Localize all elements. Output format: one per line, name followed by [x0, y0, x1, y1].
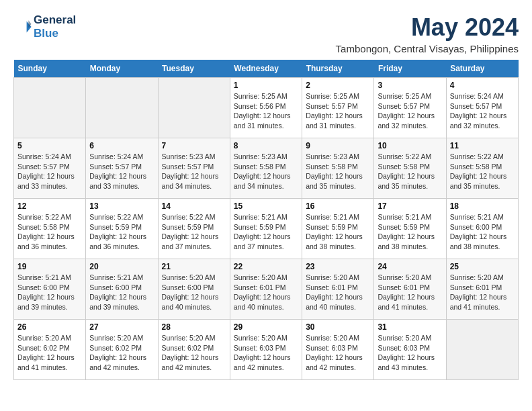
day-cell: 13Sunrise: 5:22 AM Sunset: 5:59 PM Dayli…	[86, 199, 158, 259]
day-info: Sunrise: 5:20 AM Sunset: 6:01 PM Dayligh…	[306, 273, 370, 312]
day-info: Sunrise: 5:20 AM Sunset: 6:01 PM Dayligh…	[378, 273, 442, 312]
day-number: 13	[89, 201, 154, 211]
day-info: Sunrise: 5:23 AM Sunset: 5:58 PM Dayligh…	[234, 152, 298, 191]
calendar-table: SundayMondayTuesdayWednesdayThursdayFrid…	[13, 60, 519, 380]
day-info: Sunrise: 5:20 AM Sunset: 6:03 PM Dayligh…	[306, 333, 370, 373]
day-cell: 24Sunrise: 5:20 AM Sunset: 6:01 PM Dayli…	[374, 259, 446, 320]
day-number: 2	[306, 81, 370, 90]
day-cell: 19Sunrise: 5:21 AM Sunset: 6:00 PM Dayli…	[14, 259, 86, 320]
day-number: 6	[89, 141, 154, 150]
day-cell: 6Sunrise: 5:24 AM Sunset: 5:57 PM Daylig…	[86, 138, 158, 199]
weekday-header-row: SundayMondayTuesdayWednesdayThursdayFrid…	[14, 60, 519, 78]
day-info: Sunrise: 5:24 AM Sunset: 5:57 PM Dayligh…	[450, 91, 515, 131]
day-info: Sunrise: 5:23 AM Sunset: 5:58 PM Dayligh…	[306, 152, 370, 191]
day-cell	[14, 78, 86, 138]
day-cell: 25Sunrise: 5:20 AM Sunset: 6:01 PM Dayli…	[446, 259, 518, 320]
title-block: May 2024 Tambongon, Central Visayas, Phi…	[336, 13, 519, 54]
day-info: Sunrise: 5:20 AM Sunset: 6:02 PM Dayligh…	[89, 333, 154, 373]
logo: General Blue	[13, 13, 76, 40]
day-cell: 29Sunrise: 5:20 AM Sunset: 6:03 PM Dayli…	[230, 320, 302, 380]
day-cell	[446, 320, 518, 380]
day-cell: 9Sunrise: 5:23 AM Sunset: 5:58 PM Daylig…	[302, 138, 374, 199]
day-cell: 1Sunrise: 5:25 AM Sunset: 5:56 PM Daylig…	[230, 78, 302, 138]
weekday-header-saturday: Saturday	[446, 60, 518, 78]
weekday-header-thursday: Thursday	[302, 60, 374, 78]
day-cell: 5Sunrise: 5:24 AM Sunset: 5:57 PM Daylig…	[14, 138, 86, 199]
week-row-4: 19Sunrise: 5:21 AM Sunset: 6:00 PM Dayli…	[14, 259, 519, 320]
day-number: 7	[162, 141, 226, 150]
day-number: 15	[234, 201, 298, 211]
day-number: 28	[162, 322, 226, 332]
day-info: Sunrise: 5:21 AM Sunset: 5:59 PM Dayligh…	[378, 212, 442, 252]
weekday-header-friday: Friday	[374, 60, 446, 78]
week-row-5: 26Sunrise: 5:20 AM Sunset: 6:02 PM Dayli…	[14, 320, 519, 380]
day-number: 26	[17, 322, 82, 332]
day-info: Sunrise: 5:25 AM Sunset: 5:57 PM Dayligh…	[306, 91, 370, 131]
day-number: 21	[162, 262, 226, 271]
day-cell: 10Sunrise: 5:22 AM Sunset: 5:58 PM Dayli…	[374, 138, 446, 199]
day-number: 20	[89, 262, 154, 271]
page-header: General Blue May 2024 Tambongon, Central…	[13, 13, 519, 54]
day-info: Sunrise: 5:21 AM Sunset: 6:00 PM Dayligh…	[450, 212, 515, 252]
weekday-header-tuesday: Tuesday	[158, 60, 230, 78]
day-info: Sunrise: 5:20 AM Sunset: 6:03 PM Dayligh…	[378, 333, 442, 373]
weekday-header-monday: Monday	[86, 60, 158, 78]
day-cell: 31Sunrise: 5:20 AM Sunset: 6:03 PM Dayli…	[374, 320, 446, 380]
calendar-body: 1Sunrise: 5:25 AM Sunset: 5:56 PM Daylig…	[14, 78, 519, 380]
day-number: 16	[306, 201, 370, 211]
day-info: Sunrise: 5:25 AM Sunset: 5:57 PM Dayligh…	[378, 91, 442, 131]
day-number: 18	[450, 201, 515, 211]
day-number: 22	[234, 262, 298, 271]
day-info: Sunrise: 5:22 AM Sunset: 5:58 PM Dayligh…	[17, 212, 82, 252]
day-number: 30	[306, 322, 370, 332]
day-cell: 8Sunrise: 5:23 AM Sunset: 5:58 PM Daylig…	[230, 138, 302, 199]
day-info: Sunrise: 5:20 AM Sunset: 6:00 PM Dayligh…	[162, 273, 226, 312]
day-info: Sunrise: 5:22 AM Sunset: 5:59 PM Dayligh…	[162, 212, 226, 252]
day-cell: 12Sunrise: 5:22 AM Sunset: 5:58 PM Dayli…	[14, 199, 86, 259]
day-info: Sunrise: 5:20 AM Sunset: 6:02 PM Dayligh…	[17, 333, 82, 373]
day-number: 4	[450, 81, 515, 90]
day-number: 9	[306, 141, 370, 150]
day-cell: 17Sunrise: 5:21 AM Sunset: 5:59 PM Dayli…	[374, 199, 446, 259]
day-cell: 2Sunrise: 5:25 AM Sunset: 5:57 PM Daylig…	[302, 78, 374, 138]
day-number: 17	[378, 201, 442, 211]
day-info: Sunrise: 5:21 AM Sunset: 6:00 PM Dayligh…	[17, 273, 82, 312]
day-number: 8	[234, 141, 298, 150]
logo-line1: General	[34, 13, 76, 27]
day-cell: 28Sunrise: 5:20 AM Sunset: 6:02 PM Dayli…	[158, 320, 230, 380]
day-info: Sunrise: 5:22 AM Sunset: 5:59 PM Dayligh…	[89, 212, 154, 252]
location: Tambongon, Central Visayas, Philippines	[336, 43, 519, 54]
day-cell: 11Sunrise: 5:22 AM Sunset: 5:58 PM Dayli…	[446, 138, 518, 199]
day-cell: 3Sunrise: 5:25 AM Sunset: 5:57 PM Daylig…	[374, 78, 446, 138]
day-number: 23	[306, 262, 370, 271]
day-number: 12	[17, 201, 82, 211]
day-info: Sunrise: 5:20 AM Sunset: 6:02 PM Dayligh…	[162, 333, 226, 373]
day-cell: 20Sunrise: 5:21 AM Sunset: 6:00 PM Dayli…	[86, 259, 158, 320]
day-cell	[158, 78, 230, 138]
day-number: 19	[17, 262, 82, 271]
day-number: 1	[234, 81, 298, 90]
day-info: Sunrise: 5:24 AM Sunset: 5:57 PM Dayligh…	[89, 152, 154, 191]
day-number: 29	[234, 322, 298, 332]
day-info: Sunrise: 5:23 AM Sunset: 5:57 PM Dayligh…	[162, 152, 226, 191]
day-number: 10	[378, 141, 442, 150]
day-cell: 23Sunrise: 5:20 AM Sunset: 6:01 PM Dayli…	[302, 259, 374, 320]
day-info: Sunrise: 5:21 AM Sunset: 5:59 PM Dayligh…	[234, 212, 298, 252]
day-cell: 22Sunrise: 5:20 AM Sunset: 6:01 PM Dayli…	[230, 259, 302, 320]
day-cell: 26Sunrise: 5:20 AM Sunset: 6:02 PM Dayli…	[14, 320, 86, 380]
weekday-header-wednesday: Wednesday	[230, 60, 302, 78]
day-info: Sunrise: 5:20 AM Sunset: 6:03 PM Dayligh…	[234, 333, 298, 373]
day-info: Sunrise: 5:24 AM Sunset: 5:57 PM Dayligh…	[17, 152, 82, 191]
day-cell: 27Sunrise: 5:20 AM Sunset: 6:02 PM Dayli…	[86, 320, 158, 380]
week-row-2: 5Sunrise: 5:24 AM Sunset: 5:57 PM Daylig…	[14, 138, 519, 199]
day-info: Sunrise: 5:25 AM Sunset: 5:56 PM Dayligh…	[234, 91, 298, 131]
logo-line2: Blue	[34, 27, 76, 40]
day-number: 3	[378, 81, 442, 90]
day-number: 27	[89, 322, 154, 332]
day-cell: 14Sunrise: 5:22 AM Sunset: 5:59 PM Dayli…	[158, 199, 230, 259]
day-info: Sunrise: 5:21 AM Sunset: 5:59 PM Dayligh…	[306, 212, 370, 252]
day-info: Sunrise: 5:22 AM Sunset: 5:58 PM Dayligh…	[450, 152, 515, 191]
day-cell: 21Sunrise: 5:20 AM Sunset: 6:00 PM Dayli…	[158, 259, 230, 320]
day-cell: 7Sunrise: 5:23 AM Sunset: 5:57 PM Daylig…	[158, 138, 230, 199]
day-cell: 16Sunrise: 5:21 AM Sunset: 5:59 PM Dayli…	[302, 199, 374, 259]
